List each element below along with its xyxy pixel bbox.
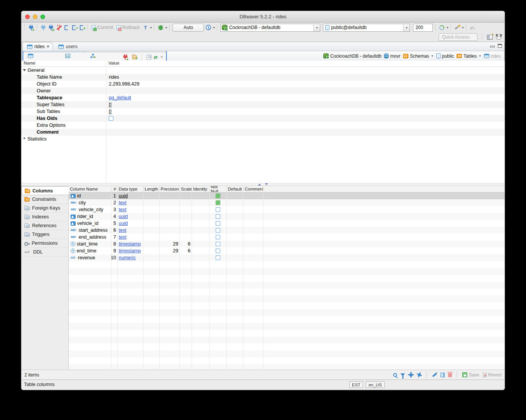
property-value[interactable] (106, 115, 505, 122)
property-row[interactable]: Object ID2,293,998,429 (21, 81, 505, 87)
column-header[interactable]: Comment (244, 186, 263, 192)
data-type-link[interactable]: uuid (119, 214, 128, 219)
data-type-link[interactable]: text (119, 207, 126, 212)
column-row[interactable]: start_address6text (69, 227, 505, 234)
breadcrumb-item[interactable]: Schemas▼ (402, 53, 434, 59)
fetch-size-input[interactable] (413, 24, 433, 32)
data-type-link[interactable]: numeric (119, 255, 136, 260)
editor-tab-users[interactable]: users (54, 42, 81, 51)
settings-gear-icon[interactable] (408, 372, 413, 377)
property-row[interactable]: General (21, 67, 505, 74)
property-row[interactable]: Sub Tables[] (21, 108, 505, 115)
not-null-checkbox[interactable] (216, 194, 220, 198)
schema-combo[interactable]: public@defaultdb ▼ (323, 24, 410, 32)
property-value[interactable]: rides (106, 74, 505, 81)
debug-dropdown-icon[interactable]: ▾ (165, 26, 167, 29)
property-row[interactable]: Comment (21, 129, 505, 136)
transaction-dropdown-icon[interactable]: ▾ (150, 26, 152, 29)
column-header[interactable]: Scale (180, 186, 192, 192)
data-type-link[interactable]: uuid (119, 221, 128, 226)
data-type-link[interactable]: text (119, 234, 126, 240)
data-type-link[interactable]: uuid (119, 193, 128, 199)
property-row[interactable]: Tablespacepg_default (21, 94, 505, 101)
not-null-checkbox[interactable] (216, 221, 220, 226)
link-with-editor-icon[interactable]: ⇄ (154, 55, 158, 60)
column-header[interactable]: # (111, 186, 118, 192)
data-type-link[interactable]: timestamp (119, 241, 141, 247)
column-row[interactable]: city2text (69, 199, 505, 206)
new-sql-editor-button[interactable] (78, 24, 85, 31)
refresh-dropdown-icon[interactable]: ▾ (447, 26, 448, 29)
connect-button[interactable] (40, 24, 47, 31)
property-value[interactable]: 2,293,998,429 (106, 81, 505, 87)
property-value[interactable] (106, 122, 505, 129)
not-null-checkbox[interactable] (216, 255, 220, 260)
breadcrumb-item[interactable]: Tables▼ (456, 53, 481, 59)
property-value[interactable] (106, 87, 505, 94)
columns-layout-icon[interactable] (440, 373, 445, 377)
tablespace-link[interactable]: pg_default (109, 95, 131, 100)
close-tab-icon[interactable]: × (47, 44, 49, 49)
not-null-checkbox[interactable] (216, 200, 220, 205)
not-null-checkbox[interactable] (216, 249, 220, 253)
filter-icon[interactable] (400, 373, 405, 376)
has-oids-checkbox[interactable] (109, 116, 113, 121)
not-null-checkbox[interactable] (216, 242, 220, 246)
column-row[interactable]: rider_id4uuid (69, 213, 505, 220)
minimize-pane-icon[interactable] (490, 46, 495, 47)
transaction-log-button[interactable] (205, 24, 211, 31)
compare-dropdown-icon[interactable]: ▾ (462, 26, 463, 29)
disconnect-button[interactable] (55, 24, 62, 31)
data-type-link[interactable]: text (119, 200, 126, 205)
not-null-checkbox[interactable] (216, 228, 220, 233)
property-row[interactable]: Owner (21, 87, 505, 94)
refresh-button[interactable] (439, 24, 445, 31)
open-perspective-icon[interactable] (487, 35, 493, 40)
chevron-down-icon[interactable]: ▼ (479, 55, 481, 57)
expand-arrow-icon[interactable] (23, 137, 27, 141)
property-value[interactable]: pg_default (106, 94, 505, 101)
connection-combo[interactable]: CockroachDB - defaultdb ▼ (220, 24, 320, 32)
properties-col-value[interactable]: Value (106, 61, 119, 66)
property-value[interactable] (106, 67, 505, 74)
locale-indicator[interactable]: en_US (366, 381, 384, 388)
debug-button[interactable] (157, 24, 164, 31)
timezone-indicator[interactable]: EST (349, 381, 363, 388)
data-type-link[interactable]: text (119, 228, 126, 233)
column-header[interactable]: Precision (160, 186, 180, 192)
breadcrumb-item[interactable]: rides (483, 53, 501, 59)
column-header[interactable]: Default (227, 186, 244, 192)
view-menu-icon[interactable]: ▽ (161, 55, 163, 59)
new-folder-button[interactable]: + (131, 54, 138, 60)
maximize-pane-icon[interactable] (498, 44, 502, 48)
data-type-link[interactable]: timestamp (119, 248, 141, 254)
column-header[interactable]: Column Name (69, 186, 111, 192)
property-value[interactable]: [] (106, 108, 505, 115)
column-row[interactable]: end_address7text (69, 234, 505, 241)
commit-button[interactable]: Commit (90, 23, 114, 32)
splitter-sash[interactable] (21, 183, 505, 186)
property-row[interactable]: Has Oids (21, 115, 505, 122)
connection-combo-arrow-icon[interactable]: ▼ (313, 24, 320, 31)
collapse-all-icon[interactable] (147, 55, 151, 60)
chevron-down-icon[interactable]: ▼ (431, 55, 434, 57)
undo-button[interactable] (469, 24, 476, 31)
column-row[interactable]: end_time9timestamp296 (69, 247, 505, 254)
detail-tab-references[interactable]: References (21, 221, 68, 230)
new-connection-tool-button[interactable]: + (122, 54, 129, 60)
config-gear-icon[interactable] (416, 372, 423, 378)
sql-editor-button[interactable] (63, 24, 69, 31)
column-header[interactable]: Length (144, 186, 160, 192)
column-header[interactable]: Identity (192, 186, 210, 192)
detail-tab-constraints[interactable]: Constraints (21, 195, 68, 204)
property-value[interactable]: [] (106, 101, 505, 108)
property-row[interactable]: Super Tables[] (21, 101, 505, 108)
revert-button[interactable]: Revert (483, 372, 502, 378)
property-value[interactable] (106, 136, 505, 142)
zoom-window-button[interactable] (40, 15, 45, 19)
rollback-button[interactable]: Rollback (115, 23, 141, 32)
new-connection-button[interactable]: + (28, 24, 34, 31)
search-icon[interactable] (393, 373, 397, 377)
transaction-log-dropdown-icon[interactable]: ▾ (213, 26, 215, 29)
properties-col-name[interactable]: Name (21, 61, 106, 66)
